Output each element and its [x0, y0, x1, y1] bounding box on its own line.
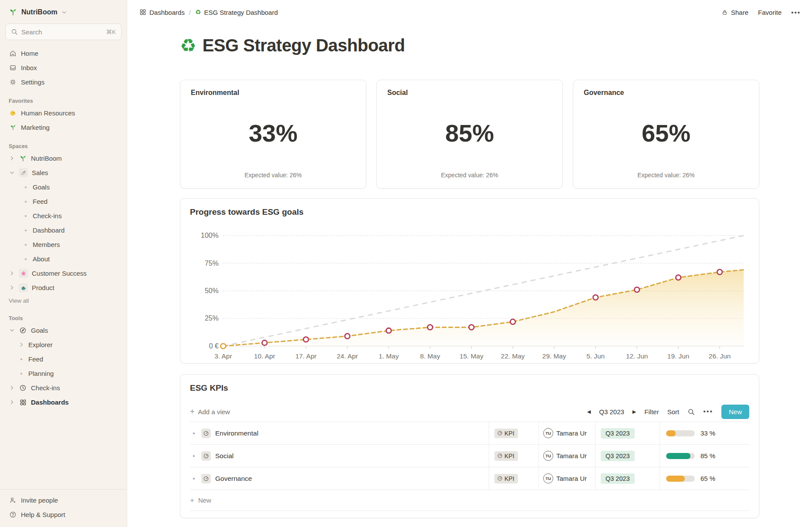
- filter-button[interactable]: Filter: [644, 408, 659, 416]
- chevron-right-icon[interactable]: [9, 285, 15, 290]
- help-support-button[interactable]: Help & Support: [5, 507, 122, 522]
- favorite-button[interactable]: Favorite: [758, 9, 782, 16]
- new-row-button[interactable]: + New: [190, 490, 749, 511]
- chevron-right-icon[interactable]: [9, 156, 15, 161]
- chevron-down-icon: [61, 10, 68, 15]
- sidebar-item-sales-goals[interactable]: •Goals: [5, 180, 122, 194]
- sidebar-item-label: Settings: [21, 78, 44, 86]
- search-placeholder: Search: [21, 28, 42, 36]
- svg-text:0 €: 0 €: [209, 342, 219, 350]
- drag-handle-bullet[interactable]: •: [191, 475, 197, 482]
- page-scroll-area[interactable]: ♻ ESG Strategy Dashboard Environmental 3…: [127, 24, 812, 527]
- sidebar-item-label: Home: [21, 50, 38, 57]
- sidebar-item-goals-feed[interactable]: •Feed: [5, 352, 122, 366]
- table-row-environmental[interactable]: • Environmental KPI: [190, 422, 749, 445]
- sidebar-item-sales-feed[interactable]: •Feed: [5, 194, 122, 209]
- table-toolbar: + Add a view ◀ Q3 2023 ▶ Filter Sort: [190, 402, 749, 421]
- drag-handle-bullet[interactable]: •: [191, 429, 197, 437]
- period-badge[interactable]: Q3 2023: [601, 473, 635, 484]
- chevron-right-icon[interactable]: [9, 400, 15, 405]
- invite-people-button[interactable]: Invite people: [5, 493, 122, 507]
- table-row-governance[interactable]: • Governance KPI: [190, 467, 749, 490]
- kpi-type-badge[interactable]: KPI: [494, 474, 518, 483]
- progress-chart-card: Progress towards ESG goals 100%75%50%25%…: [180, 198, 759, 364]
- sidebar-item-sales-members[interactable]: •Members: [5, 237, 122, 252]
- sidebar-item-tool-dashboards[interactable]: Dashboards: [5, 395, 122, 409]
- sidebar-item-sales-about[interactable]: •About: [5, 252, 122, 266]
- svg-text:25%: 25%: [205, 314, 219, 322]
- sidebar-item-label: Dashboards: [31, 399, 69, 406]
- sidebar-item-sales-checkins[interactable]: •Check-ins: [5, 209, 122, 223]
- sidebar-item-inbox[interactable]: Inbox: [5, 61, 122, 75]
- question-icon: [9, 511, 17, 518]
- view-all-link[interactable]: View all: [5, 295, 122, 307]
- chevron-right-icon[interactable]: [9, 385, 15, 390]
- owner-name[interactable]: Tamara Ur: [556, 429, 587, 437]
- drag-handle-bullet[interactable]: •: [191, 452, 197, 459]
- chevron-right-icon[interactable]: [18, 342, 24, 347]
- search-input[interactable]: Search ⌘K: [5, 24, 122, 40]
- kpi-card-value: 85%: [387, 94, 552, 172]
- sidebar-item-label: Check-ins: [31, 384, 60, 392]
- kpi-type-badge[interactable]: KPI: [494, 429, 518, 438]
- kpi-type-badge[interactable]: KPI: [494, 451, 518, 461]
- main-area: Dashboards / ♻ ESG Strategy Dashboard Sh…: [127, 0, 812, 527]
- sidebar-item-goals-planning[interactable]: •Planning: [5, 366, 122, 381]
- period-badge[interactable]: Q3 2023: [601, 451, 635, 461]
- sidebar-item-space-product[interactable]: Product: [5, 280, 122, 295]
- sidebar-item-home[interactable]: Home: [5, 46, 122, 61]
- new-record-button[interactable]: New: [721, 405, 749, 419]
- row-title[interactable]: Social: [215, 452, 233, 460]
- workspace-switcher[interactable]: NutriBoom: [5, 6, 122, 18]
- sidebar-item-tool-goals[interactable]: Goals: [5, 323, 122, 338]
- more-options-button[interactable]: •••: [791, 9, 801, 16]
- search-icon[interactable]: [687, 408, 695, 416]
- sort-button[interactable]: Sort: [667, 408, 680, 416]
- period-badge[interactable]: Q3 2023: [601, 428, 635, 439]
- sidebar-item-space-sales[interactable]: Sales: [5, 166, 122, 180]
- sidebar-item-label: Members: [33, 241, 60, 248]
- gauge-icon: [201, 451, 211, 461]
- sidebar-item-sales-dashboard[interactable]: •Dashboard: [5, 223, 122, 237]
- sidebar-item-settings[interactable]: Settings: [5, 75, 122, 89]
- grid-icon: [139, 9, 146, 16]
- sidebar-item-label: Check-ins: [33, 212, 62, 220]
- progress-value: 33 %: [700, 429, 715, 437]
- sidebar-item-space-nutriboom[interactable]: NutriBoom: [5, 151, 122, 166]
- gauge-icon: [497, 430, 503, 436]
- breadcrumb-dashboards[interactable]: Dashboards: [139, 9, 185, 16]
- sidebar-item-human-resources[interactable]: Human Resources: [5, 106, 122, 120]
- flower-icon: [19, 269, 28, 278]
- sidebar-item-label: Feed: [28, 355, 43, 363]
- sidebar-item-marketing[interactable]: Marketing: [5, 120, 122, 135]
- sidebar-item-label: Explorer: [28, 341, 53, 348]
- sidebar-item-goals-explorer[interactable]: Explorer: [5, 338, 122, 352]
- chevron-down-icon[interactable]: [9, 328, 15, 333]
- owner-name[interactable]: Tamara Ur: [556, 475, 587, 482]
- next-period-button[interactable]: ▶: [633, 409, 636, 415]
- chevron-right-icon[interactable]: [9, 271, 15, 276]
- table-more-button[interactable]: •••: [703, 408, 713, 416]
- owner-name[interactable]: Tamara Ur: [556, 452, 587, 459]
- row-title[interactable]: Governance: [215, 475, 252, 483]
- row-title[interactable]: Environmental: [215, 429, 258, 437]
- plus-icon: +: [190, 496, 194, 505]
- bullet-icon: •: [23, 198, 29, 205]
- sidebar-item-label: Goals: [31, 327, 48, 334]
- share-button[interactable]: Share: [721, 9, 748, 16]
- previous-period-button[interactable]: ◀: [587, 409, 591, 415]
- chevron-down-icon[interactable]: [9, 170, 15, 175]
- period-selector[interactable]: Q3 2023: [599, 408, 624, 416]
- sidebar-item-tool-checkins[interactable]: Check-ins: [5, 381, 122, 395]
- add-view-button[interactable]: + Add a view: [190, 408, 230, 416]
- topbar: Dashboards / ♻ ESG Strategy Dashboard Sh…: [127, 0, 812, 24]
- avatar: TU: [543, 473, 553, 483]
- sidebar-item-space-customer-success[interactable]: Customer Success: [5, 266, 122, 280]
- breadcrumb-current-page[interactable]: ♻ ESG Strategy Dashboard: [195, 9, 278, 16]
- table-row-social[interactable]: • Social KPI: [190, 445, 749, 467]
- avatar: TU: [543, 451, 553, 461]
- person-plus-icon: [9, 497, 17, 504]
- search-shortcut: ⌘K: [106, 28, 116, 35]
- search-icon: [11, 28, 18, 35]
- kpi-card-value: 65%: [584, 94, 748, 172]
